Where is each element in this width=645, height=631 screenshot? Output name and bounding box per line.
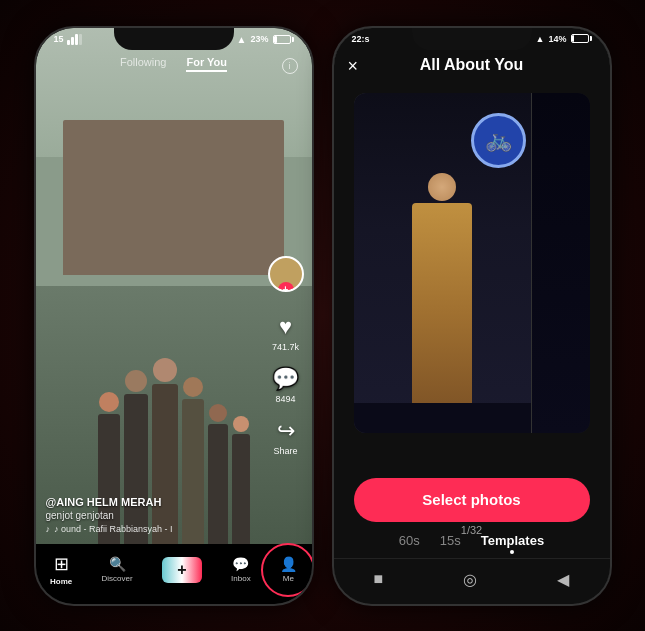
comment-icon: 💬 — [272, 366, 299, 392]
phone2-status-bar: 22:s ▲ 14% — [334, 34, 610, 44]
share-icon: ↪ — [277, 418, 295, 444]
info-icon[interactable]: i — [282, 58, 298, 74]
phone-1: 15 ▲ 23% — [34, 26, 314, 606]
discover-icon: 🔍 — [109, 556, 126, 572]
person-head — [428, 173, 456, 201]
tab-60s[interactable]: 60s — [399, 533, 420, 554]
active-tab-dot — [510, 550, 514, 554]
tab-for-you[interactable]: For You — [186, 56, 227, 72]
phone1-nav-bar: Following For You — [36, 56, 312, 72]
photo-side-bg — [532, 93, 590, 433]
time-tabs: 60s 15s Templates — [334, 533, 610, 554]
photo-side — [531, 93, 590, 433]
person-5 — [208, 424, 228, 544]
heart-icon: ♥ — [279, 314, 292, 340]
video-sound: ♪ ♪ ound - Rafii Rabbiansyah - I — [46, 524, 173, 534]
tab-15s[interactable]: 15s — [440, 533, 461, 554]
nav-inbox[interactable]: 💬 Inbox — [231, 556, 251, 583]
select-photos-label: Select photos — [422, 491, 520, 508]
phone2-nav-back[interactable]: ◀ — [557, 570, 569, 589]
phone1-battery-icon — [273, 35, 294, 44]
phone2-battery-text: 14% — [548, 34, 566, 44]
phone1-side-actions: + ♥ 741.7k 💬 8494 ↪ Share — [268, 256, 304, 456]
nav-home[interactable]: ⊞ Home — [50, 553, 72, 586]
phone1-status-right: ▲ 23% — [237, 34, 294, 45]
phone1-signal-text: 15 — [54, 34, 64, 44]
photo-slide: 🚲 — [354, 93, 590, 433]
nav-me[interactable]: 👤 Me — [280, 556, 297, 583]
phone1-battery-text: 23% — [250, 34, 268, 44]
creator-avatar[interactable]: + — [268, 256, 304, 292]
me-icon: 👤 — [280, 556, 297, 572]
person-6 — [232, 434, 250, 544]
bicycle-sign: 🚲 — [471, 113, 526, 168]
phone2-status-right: ▲ 14% — [536, 34, 592, 44]
phone1-wifi-icon: ▲ — [237, 34, 247, 45]
photo-main: 🚲 — [354, 93, 531, 433]
music-icon: ♪ — [46, 524, 51, 534]
inbox-label: Inbox — [231, 574, 251, 583]
inbox-icon: 💬 — [232, 556, 249, 572]
video-caption: genjot genjotan — [46, 510, 173, 521]
phone2-bottom-nav: ■ ◎ ◀ — [334, 558, 610, 604]
person-body — [412, 203, 472, 423]
phone2-nav-circle[interactable]: ◎ — [463, 570, 477, 589]
home-label: Home — [50, 577, 72, 586]
share-label: Share — [273, 446, 297, 456]
photo-container: 🚲 — [354, 93, 590, 433]
like-count: 741.7k — [272, 342, 299, 352]
phone2-screen: 22:s ▲ 14% × All About You — [334, 28, 610, 604]
photo-person — [402, 173, 482, 433]
discover-label: Discover — [102, 574, 133, 583]
phone-2: 22:s ▲ 14% × All About You — [332, 26, 612, 606]
home-icon: ⊞ — [54, 553, 69, 575]
tab-following[interactable]: Following — [120, 56, 166, 72]
photo-ground — [354, 403, 531, 433]
phone1-screen: 15 ▲ 23% — [36, 28, 312, 604]
share-action[interactable]: ↪ Share — [273, 418, 297, 456]
select-photos-button[interactable]: Select photos — [354, 478, 590, 522]
tab-templates[interactable]: Templates — [481, 533, 544, 554]
comment-action[interactable]: 💬 8494 — [272, 366, 299, 404]
phone2-nav-square[interactable]: ■ — [374, 570, 384, 588]
phone1-status-bar: 15 ▲ 23% — [36, 34, 312, 45]
phone1-status-left: 15 — [54, 34, 82, 45]
comment-count: 8494 — [275, 394, 295, 404]
me-label: Me — [283, 574, 294, 583]
person-4 — [182, 399, 204, 544]
phone1-bottom-nav: ⊞ Home 🔍 Discover + 💬 Inbox 👤 — [36, 544, 312, 604]
phone2-wifi-icon: ▲ — [536, 34, 545, 44]
phone1-video-info: @AING HELM MERAH genjot genjotan ♪ ♪ oun… — [46, 496, 173, 534]
phone2-battery-icon — [571, 34, 592, 43]
sound-text: ♪ ound - Rafii Rabbiansyah - I — [54, 524, 173, 534]
plus-icon: + — [177, 561, 186, 579]
like-action[interactable]: ♥ 741.7k — [272, 314, 299, 352]
nav-discover[interactable]: 🔍 Discover — [102, 556, 133, 583]
add-button[interactable]: + — [162, 557, 202, 583]
video-username: @AING HELM MERAH — [46, 496, 173, 508]
follow-plus[interactable]: + — [278, 282, 294, 292]
scene: 15 ▲ 23% — [0, 0, 645, 631]
phone2-time: 22:s — [352, 34, 370, 44]
screen-title: All About You — [334, 56, 610, 74]
phone1-signal-bars — [67, 34, 82, 45]
nav-add[interactable]: + — [162, 557, 202, 583]
avatar-action: + — [268, 256, 304, 292]
